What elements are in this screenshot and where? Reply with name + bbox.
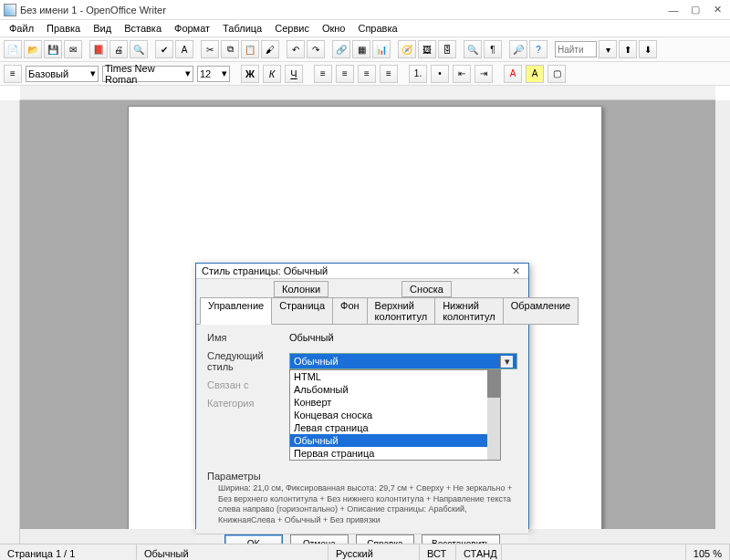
paragraph-style-combo[interactable]: Базовый▾ [26, 66, 99, 82]
tab-organizer[interactable]: Управление [200, 297, 272, 325]
datasource-button[interactable]: 🗄 [438, 40, 456, 58]
align-right-button[interactable]: ≡ [358, 65, 376, 83]
align-justify-button[interactable]: ≡ [380, 65, 398, 83]
menu-view[interactable]: Вид [88, 22, 117, 35]
status-mode[interactable]: СТАНД [456, 544, 502, 560]
italic-button[interactable]: К [263, 65, 281, 83]
cancel-button[interactable]: Отмена [290, 534, 349, 544]
chart-button[interactable]: 📊 [372, 40, 391, 58]
dialog-tabs: Колонки Сноска Управление Страница Фон В… [196, 279, 528, 325]
pdf-button[interactable]: 📕 [89, 40, 108, 58]
tab-footnote[interactable]: Сноска [402, 281, 452, 297]
reset-button[interactable]: Восстановить [422, 534, 500, 544]
params-header: Параметры [207, 471, 517, 482]
size-combo[interactable]: 12▾ [197, 66, 230, 82]
menubar: Файл Правка Вид Вставка Формат Таблица С… [0, 20, 730, 36]
status-language[interactable]: Русский [328, 544, 420, 560]
menu-edit[interactable]: Правка [41, 22, 86, 35]
maximize-button[interactable]: ▢ [690, 5, 701, 16]
tab-header[interactable]: Верхний колонтитул [367, 297, 436, 325]
align-left-button[interactable]: ≡ [314, 65, 332, 83]
search-input[interactable] [555, 41, 597, 57]
table-button[interactable]: ▦ [352, 40, 370, 58]
status-zoom[interactable]: 105 % [686, 544, 730, 560]
option-landscape[interactable]: Альбомный [290, 383, 500, 396]
dialog-close-button[interactable]: ✕ [508, 264, 523, 278]
menu-tools[interactable]: Сервис [269, 22, 315, 35]
status-style[interactable]: Обычный [137, 544, 328, 560]
search-down-button[interactable]: ⬇ [639, 40, 657, 58]
email-button[interactable]: ✉ [64, 40, 82, 58]
new-button[interactable]: 📄 [4, 40, 22, 58]
status-insert[interactable]: ВСТ [420, 544, 456, 560]
numbered-list-button[interactable]: 1. [409, 65, 427, 83]
format-paint-button[interactable]: 🖌 [261, 40, 279, 58]
dropdown-scrollbar[interactable] [487, 370, 500, 460]
help-button[interactable]: ? [529, 40, 548, 58]
gallery-button[interactable]: 🖼 [418, 40, 436, 58]
font-color-button[interactable]: A [504, 65, 522, 83]
close-button[interactable]: ✕ [712, 5, 723, 16]
menu-window[interactable]: Окно [317, 22, 351, 35]
search-up-button[interactable]: ⬆ [619, 40, 637, 58]
align-center-button[interactable]: ≡ [336, 65, 354, 83]
preview-button[interactable]: 🔍 [130, 40, 148, 58]
highlight-button[interactable]: A [526, 65, 544, 83]
cut-button[interactable]: ✂ [201, 40, 219, 58]
next-style-combo[interactable]: Обычный ▾ [289, 353, 517, 369]
horizontal-ruler[interactable] [20, 86, 715, 100]
undo-button[interactable]: ↶ [287, 40, 305, 58]
option-envelope[interactable]: Конверт [290, 396, 500, 409]
bulleted-list-button[interactable]: • [431, 65, 449, 83]
toolbar-formatting: ≡ Базовый▾ Times New Roman▾ 12▾ Ж К Ч ≡ … [0, 62, 730, 86]
copy-button[interactable]: ⧉ [221, 40, 239, 58]
autocheck-button[interactable]: A [175, 40, 193, 58]
menu-insert[interactable]: Вставка [119, 22, 167, 35]
option-first-page[interactable]: Первая страница [290, 447, 500, 460]
paste-button[interactable]: 📋 [241, 40, 259, 58]
tab-columns[interactable]: Колонки [274, 281, 328, 297]
option-default[interactable]: Обычный [290, 434, 500, 447]
tab-background[interactable]: Фон [332, 297, 368, 325]
option-left-page[interactable]: Левая страница [290, 421, 500, 434]
link-button[interactable]: 🔗 [332, 40, 350, 58]
search-go-button[interactable]: ▾ [599, 40, 617, 58]
minimize-button[interactable]: — [668, 5, 679, 16]
tab-page[interactable]: Страница [271, 297, 333, 325]
spellcheck-button[interactable]: ✔ [155, 40, 173, 58]
redo-button[interactable]: ↷ [307, 40, 325, 58]
increase-indent-button[interactable]: ⇥ [474, 65, 493, 83]
styles-button[interactable]: ≡ [4, 65, 22, 83]
dialog-buttons: OK Отмена Справка Восстановить [196, 534, 528, 544]
tab-border[interactable]: Обрамление [503, 297, 579, 325]
menu-format[interactable]: Формат [169, 22, 215, 35]
help-button[interactable]: Справка [356, 534, 414, 544]
dialog-body: Имя Обычный Следующий стиль Обычный ▾ HT… [196, 324, 528, 534]
menu-help[interactable]: Справка [352, 22, 402, 35]
open-button[interactable]: 📂 [24, 40, 42, 58]
bold-button[interactable]: Ж [241, 65, 259, 83]
ok-button[interactable]: OK [224, 534, 283, 544]
vertical-scrollbar[interactable] [715, 100, 730, 544]
navigator-button[interactable]: 🧭 [398, 40, 416, 58]
zoom-button[interactable]: 🔎 [509, 40, 527, 58]
save-button[interactable]: 💾 [44, 40, 62, 58]
underline-button[interactable]: Ч [285, 65, 303, 83]
nonprint-button[interactable]: ¶ [484, 40, 502, 58]
font-combo[interactable]: Times New Roman▾ [102, 66, 193, 82]
menu-file[interactable]: Файл [4, 22, 39, 35]
option-html[interactable]: HTML [290, 370, 500, 383]
chevron-down-icon: ▾ [500, 356, 513, 368]
app-icon [4, 4, 16, 16]
tab-footer[interactable]: Нижний колонтитул [434, 297, 504, 325]
titlebar: Без имени 1 - OpenOffice Writer — ▢ ✕ [0, 0, 730, 20]
find-button[interactable]: 🔍 [464, 40, 482, 58]
dialog-titlebar[interactable]: Стиль страницы: Обычный ✕ [196, 264, 528, 279]
print-button[interactable]: 🖨 [110, 40, 128, 58]
window-title: Без имени 1 - OpenOffice Writer [20, 5, 668, 16]
vertical-ruler[interactable] [0, 100, 20, 544]
background-color-button[interactable]: ▢ [548, 65, 566, 83]
menu-table[interactable]: Таблица [217, 22, 267, 35]
option-endnote[interactable]: Концевая сноска [290, 409, 500, 421]
decrease-indent-button[interactable]: ⇤ [453, 65, 471, 83]
